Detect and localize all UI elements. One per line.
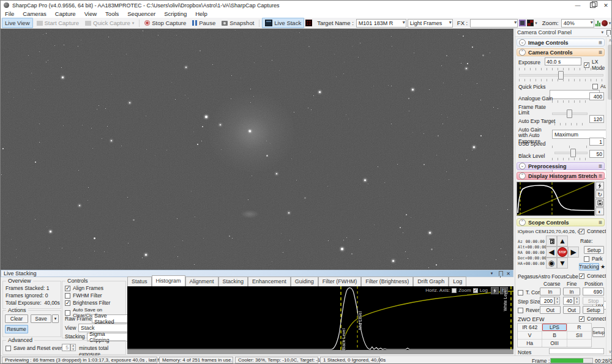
live-stack-button[interactable]: Live Stack	[262, 18, 304, 28]
section-image-controls[interactable]: ⌄ Image Controls ≡	[517, 39, 605, 46]
efw-setup-button[interactable]: Setup	[592, 327, 605, 337]
tab-alignment[interactable]: Alignment	[185, 277, 218, 286]
coarse-step-field[interactable]: 200	[540, 297, 554, 305]
stack-histogram[interactable]: Horiz. Axis: Zoom Log ↻ Black Level Mid …	[127, 286, 513, 354]
temp-comp-checkbox[interactable]: T. Com	[518, 289, 542, 295]
tab-enhancement[interactable]: Enhancement	[248, 277, 291, 286]
panel-scrollbar[interactable]: ∧ ∨	[606, 37, 612, 355]
reverse-checkbox[interactable]: Revers	[518, 307, 542, 313]
focuser-setup-button[interactable]: Setup	[583, 306, 604, 314]
pause-button[interactable]: Pause	[190, 18, 218, 28]
close-button[interactable]: ✕	[599, 1, 612, 10]
section-display-histogram[interactable]: ⌃ Display Histogram Stretch ≡	[517, 172, 605, 180]
filter-sii[interactable]: SII	[567, 332, 591, 339]
tab-drift-graph[interactable]: Drift Graph	[413, 277, 449, 286]
live-view-button[interactable]: Live View	[2, 18, 33, 28]
align-frames-checkbox[interactable]: Align Frames	[65, 285, 103, 291]
menu-help[interactable]: Help	[191, 10, 212, 17]
reticle-icon[interactable]	[602, 20, 608, 26]
menu-icon[interactable]: ≡	[599, 39, 602, 46]
tab-histogram[interactable]: Histogram	[152, 275, 185, 286]
panel-menu-arrow[interactable]: ▾	[601, 30, 603, 35]
fine-step-spinner[interactable]: ∧∨	[574, 297, 580, 305]
position-field[interactable]: 690	[583, 288, 604, 295]
starfield[interactable]	[1, 29, 513, 270]
scroll-up-icon[interactable]: ∧	[606, 37, 612, 44]
tab-status[interactable]: Status	[127, 277, 152, 286]
menu-icon[interactable]: ≡	[599, 173, 602, 179]
frame-type-combo[interactable]: Light Frames	[408, 19, 453, 28]
start-capture-button[interactable]: Start Capture	[34, 18, 82, 28]
slew-down-button[interactable]: ▼	[557, 258, 568, 269]
section-scope-controls[interactable]: ⌃ Scope Controls ≡	[517, 218, 605, 226]
menu-capture[interactable]: Capture	[51, 10, 80, 17]
slew-right-button[interactable]: ▶	[568, 247, 579, 258]
slider-thumb[interactable]	[558, 71, 564, 80]
filter-v[interactable]: V	[518, 332, 542, 339]
auto-stretch-button[interactable]	[595, 182, 604, 190]
focuser-stop-button[interactable]: Stop	[583, 297, 604, 305]
fwhm-filter-checkbox[interactable]: FWHM Filter	[65, 292, 102, 299]
log-checkbox[interactable]	[473, 288, 478, 293]
menu-icon[interactable]: ≡	[599, 49, 602, 56]
slew-left-button[interactable]: ◀	[546, 247, 557, 258]
contrast-button[interactable]: ◐	[595, 207, 604, 215]
clear-button[interactable]: Clear	[5, 314, 28, 323]
camera-icon[interactable]	[305, 20, 312, 26]
fx-swatch-icon[interactable]	[519, 20, 526, 26]
stop-capture-button[interactable]: Stop Capture	[142, 18, 188, 28]
fine-out-button[interactable]: Out	[563, 306, 580, 314]
coarse-in-button[interactable]: In	[540, 288, 561, 295]
analogue-gain-slider[interactable]	[552, 110, 588, 117]
menu-icon[interactable]: ≡	[599, 163, 602, 169]
reset-stretch-button[interactable]: ↻	[595, 190, 604, 198]
fine-in-button[interactable]: In	[563, 288, 580, 295]
target-name-combo[interactable]: M101 183M R	[356, 19, 406, 28]
exposure-field[interactable]: 40.0 s	[545, 58, 581, 65]
resume-button[interactable]: Resume	[5, 325, 28, 333]
notes-textarea[interactable]	[549, 348, 604, 354]
slider-thumb[interactable]	[570, 149, 576, 157]
tab-guiding[interactable]: Guiding	[291, 277, 318, 286]
auto-stretch-button[interactable]	[491, 287, 499, 294]
reset-minutes-field[interactable]: 5	[62, 344, 70, 351]
save-stretch-button[interactable]	[595, 199, 604, 207]
scope-setup-button[interactable]: Setup	[584, 246, 604, 254]
scroll-down-icon[interactable]: ∨	[606, 348, 612, 355]
quick-capture-button[interactable]: Quick Capture▾	[83, 18, 136, 28]
zoom-combo[interactable]: 40%	[561, 19, 594, 28]
reset-minutes-spinner[interactable]: ∧∨	[70, 344, 76, 351]
fx-combo[interactable]	[470, 19, 518, 28]
filter-lps-selected[interactable]: LPS	[542, 324, 566, 331]
save-dropdown-button[interactable]: ▾	[52, 314, 59, 323]
coarse-out-button[interactable]: Out	[540, 306, 561, 314]
goto-target-button[interactable]: ◉	[546, 258, 557, 269]
stretch-histogram[interactable]	[517, 182, 595, 216]
menu-icon[interactable]: ≡	[599, 219, 602, 226]
black-level-field[interactable]: 50	[589, 150, 604, 158]
scrollbar-thumb[interactable]	[608, 45, 612, 100]
save-button[interactable]: Save	[31, 314, 51, 323]
minimize-button[interactable]: —	[571, 1, 584, 10]
pin-icon[interactable]	[606, 30, 611, 35]
filter-ha[interactable]: Ha	[518, 340, 542, 347]
panel-close-icon[interactable]: ✕	[506, 271, 510, 277]
menu-tools[interactable]: Tools	[101, 10, 123, 17]
restore-button[interactable]	[586, 1, 599, 10]
fx-dropdown-arrow[interactable]: ▾	[535, 21, 537, 26]
tab-filter-brightness[interactable]: Filter (Brightness)	[361, 277, 413, 286]
analogue-gain-field[interactable]: 400	[589, 92, 604, 100]
coarse-step-spinner[interactable]: ∧∨	[554, 297, 560, 305]
view-options-arrow[interactable]: ▾	[609, 21, 611, 26]
menu-file[interactable]: File	[1, 10, 18, 17]
auto-exp-target-slider[interactable]	[554, 149, 588, 156]
auto-exp-target-field[interactable]: 120	[589, 115, 604, 123]
tab-log[interactable]: Log	[449, 277, 466, 286]
zoom-checkbox[interactable]	[452, 288, 457, 293]
menu-scripting[interactable]: Scripting	[160, 10, 191, 17]
menu-cameras[interactable]: Cameras	[18, 10, 51, 17]
filter-ir642[interactable]: IR 642	[518, 324, 542, 331]
spiral-search-button[interactable]	[546, 236, 557, 247]
star-rate-icon[interactable]: ★	[600, 264, 605, 270]
save-reset-checkbox[interactable]: Save and Reset every	[6, 345, 65, 351]
